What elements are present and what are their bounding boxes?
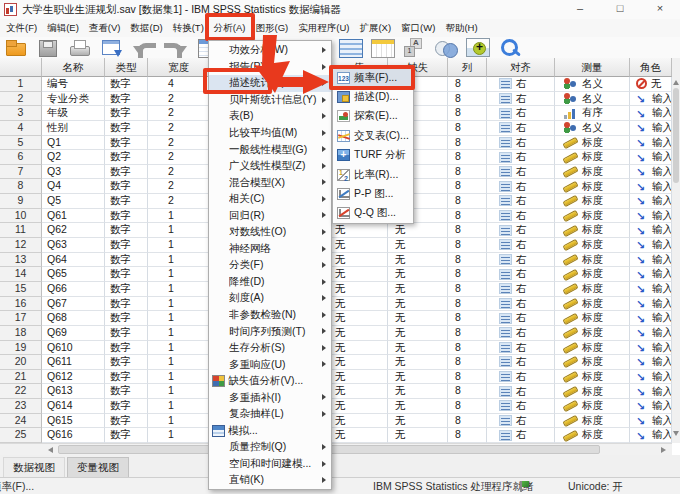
vertical-scrollbar[interactable]: [672, 58, 680, 443]
open-file-icon[interactable]: [4, 38, 28, 57]
cell-num[interactable]: 2: [0, 92, 42, 107]
menubar-item-a[interactable]: 分析(A): [210, 20, 250, 37]
column-header-type[interactable]: 类型: [105, 58, 148, 77]
cell-measure[interactable]: 名义: [555, 92, 630, 107]
tab-data-view[interactable]: 数据视图: [3, 457, 65, 479]
analyze-menu-item[interactable]: 功效分析(W): [209, 42, 331, 59]
cell-name[interactable]: 编号: [42, 77, 105, 92]
bookmarks-grid-icon[interactable]: [370, 38, 394, 57]
cell-type[interactable]: 数字: [105, 179, 148, 194]
cell-columns[interactable]: 8: [448, 428, 487, 443]
analyze-menu-item[interactable]: 对数线性(O): [209, 224, 331, 241]
cell-align[interactable]: 右: [487, 223, 555, 238]
column-header-measure[interactable]: 测量: [555, 58, 630, 77]
minimize-button[interactable]: –: [560, 0, 600, 19]
cell-align[interactable]: 右: [487, 384, 555, 399]
cell-measure[interactable]: 标度: [555, 326, 630, 341]
cell-measure[interactable]: 标度: [555, 428, 630, 443]
analyze-menu-item[interactable]: 生存分析(S): [209, 340, 331, 357]
cell-type[interactable]: 数字: [105, 326, 148, 341]
menubar-item-d[interactable]: 数据(D): [126, 20, 166, 37]
venn-icon[interactable]: [434, 38, 458, 57]
cell-measure[interactable]: 标度: [555, 282, 630, 297]
cell-align[interactable]: 右: [487, 267, 555, 282]
cell-role[interactable]: 输入: [630, 414, 672, 429]
cell-type[interactable]: 数字: [105, 150, 148, 165]
cell-name[interactable]: Q61: [42, 209, 105, 224]
analyze-menu-item[interactable]: 时间序列预测(T): [209, 323, 331, 340]
cell-align[interactable]: 右: [487, 399, 555, 414]
analyze-menu-item[interactable]: 多重插补(I): [209, 389, 331, 406]
cell-columns[interactable]: 8: [448, 165, 487, 180]
analyze-menu-item[interactable]: 复杂抽样(L): [209, 406, 331, 423]
cell-width[interactable]: 2: [148, 106, 210, 121]
cell-values[interactable]: 无: [330, 253, 388, 268]
cell-columns[interactable]: 8: [448, 150, 487, 165]
cell-missing[interactable]: 无: [388, 267, 448, 282]
cell-missing[interactable]: 无: [388, 253, 448, 268]
cell-type[interactable]: 数字: [105, 341, 148, 356]
cell-columns[interactable]: 8: [448, 282, 487, 297]
cell-width[interactable]: 1: [148, 238, 210, 253]
analyze-menu-item[interactable]: 一般线性模型(G): [209, 141, 331, 158]
cell-name[interactable]: Q5: [42, 194, 105, 209]
cell-name[interactable]: Q615: [42, 414, 105, 429]
cell-columns[interactable]: 8: [448, 311, 487, 326]
cell-measure[interactable]: 标度: [555, 194, 630, 209]
cell-role[interactable]: 输入: [630, 326, 672, 341]
cell-name[interactable]: Q62: [42, 223, 105, 238]
cell-values[interactable]: 无: [330, 370, 388, 385]
analyze-menu-item[interactable]: 分类(F): [209, 257, 331, 274]
cell-measure[interactable]: 标度: [555, 384, 630, 399]
cell-width[interactable]: 2: [148, 194, 210, 209]
cell-type[interactable]: 数字: [105, 253, 148, 268]
cell-measure[interactable]: 标度: [555, 253, 630, 268]
cell-role[interactable]: 输入: [630, 165, 672, 180]
cell-missing[interactable]: 无: [388, 282, 448, 297]
menubar-item-g[interactable]: 图形(G): [252, 20, 293, 37]
analyze-menu-item[interactable]: 模拟...: [209, 423, 331, 440]
cell-align[interactable]: 右: [487, 121, 555, 136]
cell-missing[interactable]: 无: [388, 238, 448, 253]
analyze-menu-item[interactable]: 报告(P): [209, 59, 331, 76]
cell-role[interactable]: 输入: [630, 253, 672, 268]
cell-name[interactable]: 性别: [42, 121, 105, 136]
column-header-num[interactable]: [0, 58, 42, 77]
cell-num[interactable]: 13: [0, 253, 42, 268]
cell-measure[interactable]: 标度: [555, 341, 630, 356]
cell-name[interactable]: 专业分类: [42, 92, 105, 107]
submenu-item[interactable]: Q-Q 图...: [333, 204, 413, 223]
cell-measure[interactable]: 标度: [555, 223, 630, 238]
menubar-item-f[interactable]: 文件(F): [2, 20, 41, 37]
cell-width[interactable]: 1: [148, 253, 210, 268]
cell-role[interactable]: 输入: [630, 311, 672, 326]
cell-columns[interactable]: 8: [448, 267, 487, 282]
cell-role[interactable]: 无: [630, 77, 672, 92]
analyze-menu-item[interactable]: 贝叶斯统计信息(Y): [209, 92, 331, 109]
analyze-menu-item[interactable]: 比较平均值(M): [209, 125, 331, 142]
value-labels-icon[interactable]: [402, 38, 426, 57]
cell-align[interactable]: 右: [487, 179, 555, 194]
cell-align[interactable]: 右: [487, 282, 555, 297]
cell-role[interactable]: 输入: [630, 370, 672, 385]
cell-align[interactable]: 右: [487, 136, 555, 151]
submenu-item[interactable]: P-P 图...: [333, 184, 413, 203]
cell-align[interactable]: 右: [487, 311, 555, 326]
cell-columns[interactable]: 8: [448, 253, 487, 268]
cell-align[interactable]: 右: [487, 150, 555, 165]
cell-width[interactable]: 1: [148, 341, 210, 356]
column-header-columns[interactable]: 列: [448, 58, 487, 77]
cell-num[interactable]: 7: [0, 165, 42, 180]
cell-num[interactable]: 10: [0, 209, 42, 224]
cell-align[interactable]: 右: [487, 370, 555, 385]
cell-role[interactable]: 输入: [630, 106, 672, 121]
cell-type[interactable]: 数字: [105, 267, 148, 282]
cell-name[interactable]: Q611: [42, 355, 105, 370]
cell-align[interactable]: 右: [487, 253, 555, 268]
cell-type[interactable]: 数字: [105, 370, 148, 385]
cell-num[interactable]: 11: [0, 223, 42, 238]
cell-measure[interactable]: 标度: [555, 267, 630, 282]
cell-type[interactable]: 数字: [105, 92, 148, 107]
cell-type[interactable]: 数字: [105, 194, 148, 209]
cell-num[interactable]: 24: [0, 414, 42, 429]
